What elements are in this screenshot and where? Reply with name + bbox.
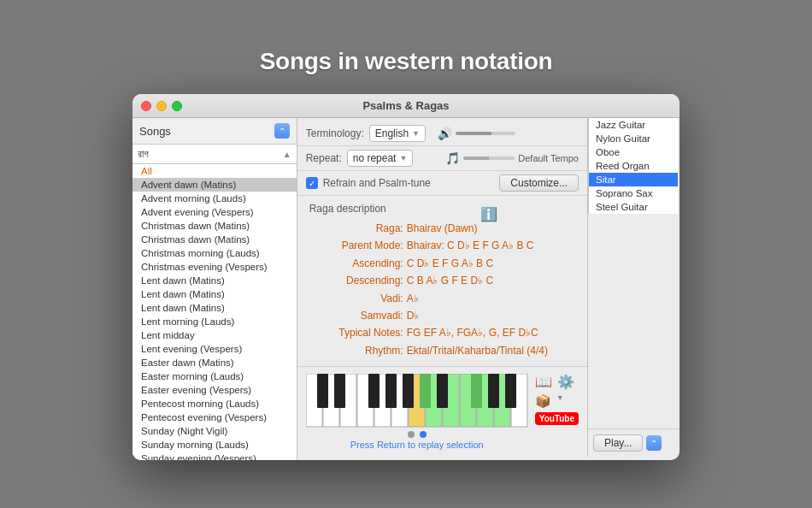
customize-button[interactable]: Customize...: [499, 174, 579, 192]
instrument-item[interactable]: Reed Organ: [589, 159, 678, 173]
raga-label: Raga:: [309, 220, 403, 237]
list-item[interactable]: Pentecost evening (Vespers): [132, 411, 297, 424]
replay-text: Press Return to replay selection: [350, 440, 484, 450]
search-bar: ▲: [132, 145, 297, 164]
piano-and-text: Press Return to replay selection: [306, 374, 528, 450]
repeat-label: Repeat:: [306, 152, 342, 164]
tempo-group: 🎵 Default Tempo: [445, 151, 579, 165]
bottom-section: Press Return to replay selection 📖 ⚙️: [297, 366, 587, 457]
list-item[interactable]: Christmas dawn (Matins): [132, 219, 297, 233]
checkbox-group: ✓ Refrain and Psalm-tune: [306, 177, 431, 189]
raga-section-title: Raga description: [309, 203, 575, 215]
left-panel: Songs ⌃ ▲ All Advent dawn (Matins) Adven…: [132, 118, 297, 460]
repeat-arrow-icon: ▼: [399, 154, 407, 162]
list-item[interactable]: Lent dawn (Matins): [132, 301, 297, 315]
list-item[interactable]: Sunday evening (Vespers): [132, 452, 297, 460]
list-item[interactable]: Lent evening (Vespers): [132, 342, 297, 356]
search-arrow-icon: ▲: [283, 150, 291, 159]
piano-wrapper: Press Return to replay selection 📖 ⚙️: [306, 374, 579, 450]
svg-rect-16: [385, 374, 397, 408]
instrument-item-selected[interactable]: Sitar: [589, 173, 678, 186]
minimize-button[interactable]: [156, 101, 167, 111]
vadi-value: A♭: [407, 290, 419, 307]
raga-row-vadi: Vadi: A♭: [309, 290, 575, 307]
instrument-item[interactable]: Nylon Guitar: [589, 132, 678, 145]
dropdown-arrow-icon: ▼: [412, 129, 420, 138]
instruments-panel: Jazz Guitar Nylon Guitar Oboe Reed Organ…: [587, 118, 680, 457]
raga-section: Raga description Raga: Bhairav (Dawn) ℹ️…: [297, 196, 587, 366]
list-item[interactable]: Easter dawn (Matins): [132, 356, 297, 369]
page-title: Songs in western notation: [260, 48, 553, 75]
list-item[interactable]: Lent midday: [132, 328, 297, 342]
icon-row-youtube: YouTube: [535, 412, 579, 425]
svg-rect-18: [420, 374, 431, 408]
list-item[interactable]: Christmas evening (Vespers): [132, 260, 297, 274]
right-controls: Terminology: English ▼ 🔊 Repeat:: [297, 118, 587, 457]
volume-section: 🔊: [438, 127, 515, 140]
info-icon[interactable]: ℹ️: [480, 203, 497, 237]
list-item[interactable]: Lent dawn (Matins): [132, 274, 297, 287]
samvadi-value: D♭: [407, 307, 420, 324]
settings-icon[interactable]: ⚙️: [557, 374, 574, 390]
instrument-item[interactable]: Oboe: [589, 145, 678, 159]
list-item[interactable]: Advent evening (Vespers): [132, 205, 297, 219]
list-item[interactable]: Sunday (Night Vigil): [132, 424, 297, 438]
list-item[interactable]: Advent dawn (Matins): [132, 178, 297, 192]
raga-value: Bhairav (Dawn): [407, 220, 478, 237]
close-button[interactable]: [141, 101, 151, 111]
song-list: All Advent dawn (Matins) Advent morning …: [132, 164, 297, 460]
descending-label: Descending:: [309, 272, 403, 289]
refrain-checkbox[interactable]: ✓: [306, 177, 318, 189]
book-icon[interactable]: 📖: [535, 374, 552, 390]
icon-row-dropbox: 📦 ▼: [535, 393, 579, 409]
typical-notes-label: Typical Notes:: [309, 324, 403, 341]
instrument-item[interactable]: Jazz Guitar: [589, 118, 678, 132]
list-item-all[interactable]: All: [132, 164, 297, 178]
list-item[interactable]: Easter evening (Vespers): [132, 383, 297, 397]
repeat-dropdown[interactable]: no repeat ▼: [347, 150, 414, 167]
right-panel: Terminology: English ▼ 🔊 Repeat:: [297, 118, 680, 460]
list-item[interactable]: Christmas dawn (Matins): [132, 233, 297, 246]
list-item[interactable]: Christmas morning (Lauds): [132, 246, 297, 260]
raga-row-ascending: Ascending: C D♭ E F G A♭ B C: [309, 255, 575, 272]
songs-dropdown[interactable]: Songs ⌃: [132, 118, 297, 145]
controls-row-repeat: Repeat: no repeat ▼ 🎵 Default Tempo: [297, 146, 587, 171]
svg-rect-20: [471, 374, 482, 408]
list-item[interactable]: Easter morning (Lauds): [132, 369, 297, 383]
raga-row-typical: Typical Notes: FG EF A♭, FGA♭, G, EF D♭C: [309, 324, 575, 341]
play-button[interactable]: Play...: [593, 434, 643, 452]
list-item[interactable]: Sunday morning (Lauds): [132, 438, 297, 452]
window-title: Psalms & Ragas: [362, 99, 449, 112]
terminology-dropdown[interactable]: English ▼: [369, 125, 426, 142]
search-input[interactable]: [138, 148, 283, 160]
right-top: Terminology: English ▼ 🔊 Repeat:: [297, 118, 680, 457]
parent-mode-value: Bhairav: C D♭ E F G A♭ B C: [407, 237, 534, 254]
list-item[interactable]: Advent morning (Lauds): [132, 192, 297, 205]
instrument-item[interactable]: Steel Guitar: [589, 200, 678, 214]
terminology-value: English: [375, 127, 409, 139]
dropbox-icon[interactable]: 📦: [535, 393, 551, 409]
play-dropdown-arrow[interactable]: ⌃: [646, 435, 662, 451]
repeat-value: no repeat: [353, 152, 397, 164]
youtube-button[interactable]: YouTube: [535, 412, 579, 425]
controls-row-checkbox: ✓ Refrain and Psalm-tune Customize...: [297, 171, 587, 196]
titlebar: Psalms & Ragas: [132, 94, 680, 118]
vadi-label: Vadi:: [309, 290, 403, 307]
default-tempo-label: Default Tempo: [518, 153, 579, 163]
svg-rect-15: [368, 374, 380, 408]
svg-rect-13: [317, 374, 328, 408]
songs-dropdown-arrow[interactable]: ⌃: [274, 123, 290, 139]
maximize-button[interactable]: [172, 101, 182, 111]
svg-rect-17: [403, 374, 414, 408]
app-window: Psalms & Ragas Songs ⌃ ▲ All Advent dawn…: [132, 94, 680, 460]
instrument-list: Jazz Guitar Nylon Guitar Oboe Reed Organ…: [588, 118, 678, 214]
tempo-slider[interactable]: [463, 157, 515, 160]
raga-row-rhythm: Rhythm: Ektal/Trital/Kaharba/Tintal (4/4…: [309, 342, 575, 359]
ascending-label: Ascending:: [309, 255, 403, 272]
list-item[interactable]: Lent morning (Lauds): [132, 315, 297, 328]
volume-slider[interactable]: [456, 132, 515, 135]
list-item[interactable]: Lent dawn (Matins): [132, 287, 297, 301]
instrument-item[interactable]: Soprano Sax: [589, 186, 678, 200]
list-item[interactable]: Pentecost morning (Lauds): [132, 397, 297, 411]
raga-row-parent: Parent Mode: Bhairav: C D♭ E F G A♭ B C: [309, 237, 575, 254]
